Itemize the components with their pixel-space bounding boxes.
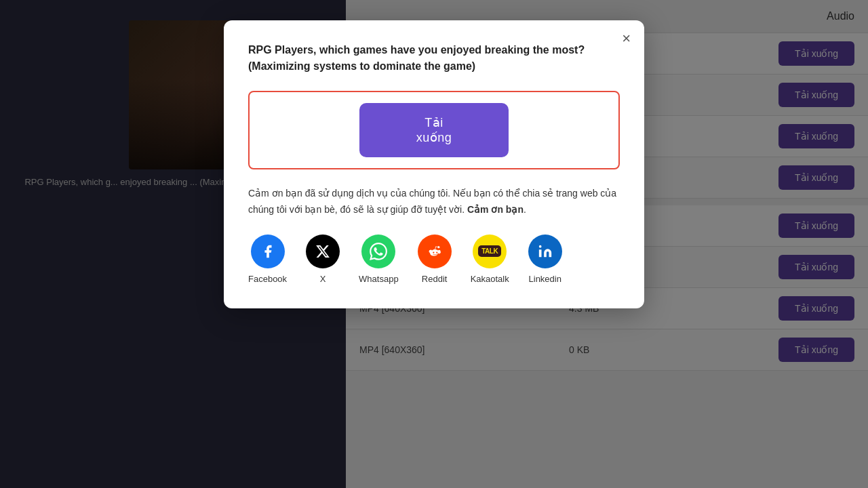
facebook-label: Facebook	[248, 274, 287, 284]
x-label: X	[320, 274, 326, 284]
social-item-reddit[interactable]: Reddit	[418, 235, 452, 284]
facebook-icon	[251, 235, 285, 268]
reddit-label: Reddit	[422, 274, 448, 284]
social-item-facebook[interactable]: Facebook	[248, 235, 287, 284]
social-share-row: Facebook X Whatsapp	[248, 235, 620, 284]
modal-description: Cảm ơn bạn đã sử dụng dịch vụ của chúng …	[248, 186, 620, 218]
main-download-button[interactable]: Tải xuống	[359, 103, 509, 157]
social-item-whatsapp[interactable]: Whatsapp	[359, 235, 399, 284]
whatsapp-label: Whatsapp	[359, 274, 399, 284]
download-area: Tải xuống	[248, 91, 620, 169]
social-item-x[interactable]: X	[306, 235, 340, 284]
social-item-kakaotalk[interactable]: TALK Kakaotalk	[471, 235, 509, 284]
modal-title: RPG Players, which games have you enjoye…	[248, 42, 614, 75]
social-item-linkedin[interactable]: Linkedin	[528, 235, 562, 284]
whatsapp-icon	[361, 235, 395, 268]
desc-end: .	[524, 204, 526, 215]
desc-text: Cảm ơn bạn đã sử dụng dịch vụ của chúng …	[248, 188, 616, 215]
reddit-icon	[418, 235, 452, 268]
linkedin-label: Linkedin	[529, 274, 561, 284]
linkedin-icon	[528, 235, 562, 268]
x-twitter-icon	[306, 235, 340, 268]
kakaotalk-icon: TALK	[473, 235, 507, 268]
kakaotalk-label: Kakaotalk	[471, 274, 509, 284]
desc-bold: Cảm ơn bạn	[467, 204, 524, 215]
close-button[interactable]: ×	[622, 31, 631, 46]
modal-overlay: × RPG Players, which games have you enjo…	[0, 0, 868, 488]
svg-point-1	[539, 245, 542, 247]
modal-dialog: × RPG Players, which games have you enjo…	[224, 20, 644, 308]
